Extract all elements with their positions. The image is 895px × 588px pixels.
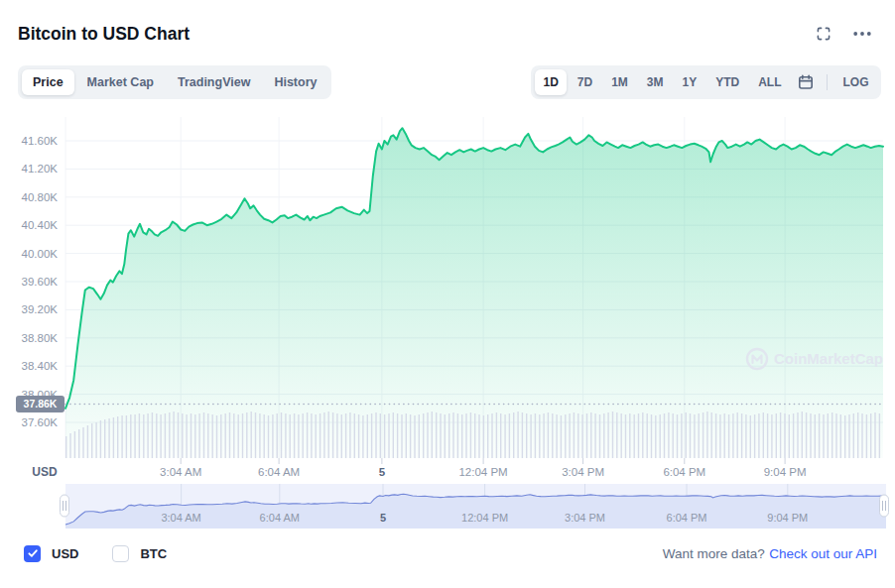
volume-bar <box>198 413 199 458</box>
checkmark-icon <box>27 547 39 559</box>
volume-bar <box>500 413 501 458</box>
volume-bar <box>139 413 140 458</box>
volume-bar <box>802 412 803 458</box>
volume-bar <box>844 415 845 458</box>
volume-bar <box>719 414 720 458</box>
volume-bar <box>182 413 183 458</box>
volume-bar <box>745 414 746 458</box>
watermark-text: CoinMarketCap <box>774 350 883 367</box>
range-ytd[interactable]: YTD <box>707 69 748 95</box>
range-3m[interactable]: 3M <box>638 69 672 95</box>
volume-bar <box>638 413 639 458</box>
volume-bar <box>694 414 695 458</box>
volume-bar <box>397 413 398 458</box>
volume-bar <box>784 413 785 458</box>
checked-checkbox[interactable] <box>24 545 41 562</box>
volume-bar <box>703 412 703 458</box>
fullscreen-icon[interactable] <box>816 26 831 42</box>
navigator-right-handle-body[interactable] <box>880 495 889 517</box>
volume-bar <box>810 413 811 458</box>
volume-bar <box>87 425 88 458</box>
volume-bar <box>569 413 570 458</box>
volume-bar <box>406 413 407 458</box>
log-scale-button[interactable]: LOG <box>834 69 877 95</box>
y-axis-label: 40.80K <box>22 191 59 203</box>
volume-bar <box>452 412 453 458</box>
tab-market-cap[interactable]: Market Cap <box>76 69 165 95</box>
range-1y[interactable]: 1Y <box>674 69 705 95</box>
x-axis-label: 6:04 AM <box>258 466 300 478</box>
more-options-icon[interactable] <box>853 31 871 37</box>
volume-bar <box>186 414 187 458</box>
volume-bar <box>259 413 260 458</box>
chart-type-tabs: PriceMarket CapTradingViewHistory <box>18 65 331 99</box>
volume-bar <box>677 414 678 458</box>
y-axis-label: 39.60K <box>22 276 59 288</box>
navigator-right-handle[interactable] <box>880 495 889 517</box>
chart-header: Bitcoin to USD Chart <box>18 20 871 48</box>
unchecked-checkbox[interactable] <box>112 545 129 562</box>
volume-bar <box>432 412 433 458</box>
currency-toggle-usd[interactable]: USD <box>24 545 78 562</box>
volume-bar <box>706 412 707 458</box>
volume-bar <box>212 414 213 458</box>
volume-bar <box>517 412 518 458</box>
volume-bar <box>574 412 575 458</box>
volume-bar <box>530 414 531 458</box>
x-axis-label: 6:04 PM <box>663 466 705 478</box>
calendar-icon[interactable] <box>792 70 820 94</box>
volume-bar <box>323 412 324 458</box>
volume-bar <box>763 412 764 458</box>
volume-bar <box>504 414 505 458</box>
volume-bar <box>246 412 247 458</box>
api-link[interactable]: Check out our API <box>769 546 877 561</box>
currency-toggles: USDBTC <box>24 545 200 562</box>
volume-bar <box>294 413 295 458</box>
volume-bar <box>143 414 144 458</box>
volume-bar <box>870 413 871 458</box>
volume-bar <box>526 413 527 458</box>
volume-bar <box>522 412 523 458</box>
volume-bar <box>780 412 781 458</box>
volume-bar <box>629 413 630 458</box>
tab-price[interactable]: Price <box>22 69 74 95</box>
volume-bar <box>543 413 544 458</box>
chart-navigator[interactable]: 3:04 AM6:04 AM512:04 PM3:04 PM6:04 PM9:0… <box>0 482 895 531</box>
tab-tradingview[interactable]: TradingView <box>167 69 261 95</box>
navigator-left-handle-body[interactable] <box>61 495 69 517</box>
range-all[interactable]: ALL <box>750 69 790 95</box>
currency-toggle-label: BTC <box>140 546 167 561</box>
volume-bar <box>69 433 70 458</box>
header-icons <box>816 26 871 42</box>
page-title: Bitcoin to USD Chart <box>18 24 190 45</box>
volume-bar <box>345 413 346 458</box>
volume-bar <box>341 414 342 458</box>
volume-bar <box>134 414 135 458</box>
volume-bar <box>440 413 441 458</box>
currency-toggle-label: USD <box>52 546 78 561</box>
volume-bar <box>793 413 794 458</box>
volume-bar <box>767 413 768 458</box>
volume-bar <box>349 412 350 458</box>
tab-history[interactable]: History <box>263 69 327 95</box>
range-1d[interactable]: 1D <box>535 69 567 95</box>
volume-bar <box>577 413 578 458</box>
api-prompt-text: Want more data? <box>663 546 765 561</box>
volume-bar <box>686 412 687 458</box>
volume-bar <box>358 414 359 458</box>
volume-bar <box>233 413 234 458</box>
volume-bar <box>690 413 691 458</box>
y-axis-label: 41.60K <box>22 135 59 147</box>
volume-bar <box>599 414 600 458</box>
x-axis-label: 3:04 PM <box>562 466 604 478</box>
range-7d[interactable]: 7D <box>569 69 600 95</box>
currency-toggle-btc[interactable]: BTC <box>112 545 167 562</box>
volume-bar <box>673 413 674 458</box>
volume-bar <box>380 413 381 458</box>
bitcoin-usd-chart-card: Bitcoin to USD Chart PriceMarket CapTrad… <box>0 0 895 588</box>
navigator-left-handle[interactable] <box>61 495 69 517</box>
volume-bar <box>229 412 230 458</box>
volume-bar <box>556 414 557 458</box>
price-chart[interactable]: 41.60K41.20K40.80K40.40K40.00K39.60K39.2… <box>0 107 895 478</box>
range-1m[interactable]: 1M <box>603 69 637 95</box>
